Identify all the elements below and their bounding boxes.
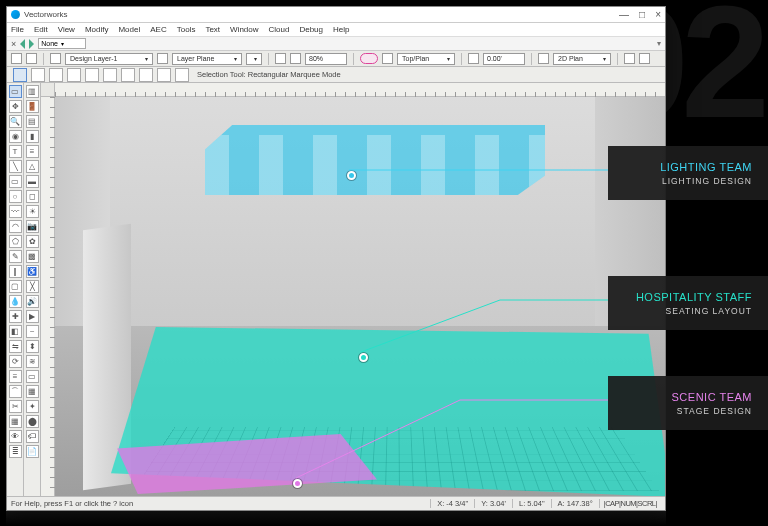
tool-led[interactable]: ▦ <box>26 385 39 398</box>
tool-polyline[interactable]: 〰 <box>9 205 22 218</box>
menu-cloud[interactable]: Cloud <box>269 25 290 34</box>
tool-hardscape[interactable]: ▩ <box>26 250 39 263</box>
zoom-in-icon[interactable] <box>290 53 301 64</box>
mode-icon-7[interactable] <box>121 68 135 82</box>
tool-freehand[interactable]: ✎ <box>9 250 22 263</box>
layer-icon[interactable] <box>50 53 61 64</box>
tool-attr[interactable]: ▦ <box>9 415 22 428</box>
plane-vis-select[interactable] <box>246 53 262 65</box>
tool-door[interactable]: 🚪 <box>26 100 39 113</box>
mode-icon-9[interactable] <box>157 68 171 82</box>
tool-space[interactable]: ◻ <box>26 190 39 203</box>
plane-icon[interactable] <box>157 53 168 64</box>
tool-plant[interactable]: ✿ <box>26 235 39 248</box>
mode-icon-1[interactable] <box>13 68 27 82</box>
window-maximize-button[interactable]: □ <box>639 9 645 20</box>
window-minimize-button[interactable]: — <box>619 9 629 20</box>
mode-icon-4[interactable] <box>67 68 81 82</box>
tool-rect[interactable]: ▭ <box>9 175 22 188</box>
menu-model[interactable]: Model <box>118 25 140 34</box>
menu-edit[interactable]: Edit <box>34 25 48 34</box>
tool-pan[interactable]: ✥ <box>9 100 22 113</box>
tool-hoist[interactable]: ⬍ <box>26 340 39 353</box>
mode-icon-8[interactable] <box>139 68 153 82</box>
tool-offset[interactable]: ≡ <box>9 370 22 383</box>
opt-icon-1[interactable] <box>11 53 22 64</box>
scale-field[interactable]: 0.00' <box>483 53 525 65</box>
tool-video[interactable]: ▶ <box>26 310 39 323</box>
tool-circle[interactable]: ○ <box>9 190 22 203</box>
menu-aec[interactable]: AEC <box>150 25 166 34</box>
tool-double-line[interactable]: ‖ <box>9 265 22 278</box>
opt-icon-tail-1[interactable] <box>624 53 635 64</box>
opt-icon-tail-2[interactable] <box>639 53 650 64</box>
render-toggle[interactable] <box>360 53 378 64</box>
tool-window[interactable]: ▤ <box>26 115 39 128</box>
tool-slab[interactable]: ▬ <box>26 175 39 188</box>
tool-zoom[interactable]: 🔍 <box>9 115 22 128</box>
tool-flyover[interactable]: ◉ <box>9 130 22 143</box>
tool-rounded-rect[interactable]: ▢ <box>9 280 22 293</box>
tool-text[interactable]: T <box>9 145 22 158</box>
active-layer-select[interactable]: Design Layer-1 <box>65 53 153 65</box>
tool-cable[interactable]: ~ <box>26 325 39 338</box>
scale-icon[interactable] <box>468 53 479 64</box>
menu-file[interactable]: File <box>11 25 24 34</box>
tool-clip[interactable]: ✂ <box>9 400 22 413</box>
tool-visibility[interactable]: 👁 <box>9 430 22 443</box>
tool-report[interactable]: 📄 <box>26 445 39 458</box>
menu-debug[interactable]: Debug <box>299 25 323 34</box>
tool-stage[interactable]: ▭ <box>26 370 39 383</box>
tool-column[interactable]: ▮ <box>26 130 39 143</box>
tool-eyedropper[interactable]: 💧 <box>9 295 22 308</box>
ruler-origin[interactable] <box>41 83 55 97</box>
panel-close-icon[interactable]: × <box>11 39 16 49</box>
tool-align[interactable]: ≣ <box>9 445 22 458</box>
menu-tools[interactable]: Tools <box>177 25 196 34</box>
window-close-button[interactable]: × <box>655 9 661 20</box>
tool-polygon[interactable]: ⬠ <box>9 235 22 248</box>
tool-softgoods[interactable]: ≋ <box>26 355 39 368</box>
zoom-out-icon[interactable] <box>275 53 286 64</box>
ruler-horizontal[interactable] <box>55 83 665 97</box>
zoom-field[interactable]: 80% <box>305 53 347 65</box>
tool-stair[interactable]: ≡ <box>26 145 39 158</box>
mode-icon-3[interactable] <box>49 68 63 82</box>
mode-icon-10[interactable] <box>175 68 189 82</box>
tool-label[interactable]: 🏷 <box>26 430 39 443</box>
nav-forward-icon[interactable] <box>29 39 34 49</box>
tool-wall[interactable]: ▥ <box>26 85 39 98</box>
tool-line[interactable]: ╲ <box>9 160 22 173</box>
tool-arc[interactable]: ◠ <box>9 220 22 233</box>
quickbar-dropdown-icon[interactable]: ▾ <box>657 39 661 48</box>
nav-back-icon[interactable] <box>20 39 25 49</box>
menu-modify[interactable]: Modify <box>85 25 109 34</box>
snap-mode-select[interactable]: None <box>38 38 86 49</box>
tool-2d-reshape[interactable]: ◧ <box>9 325 22 338</box>
render-icon[interactable] <box>382 53 393 64</box>
tool-fillet[interactable]: ⌒ <box>9 385 22 398</box>
menu-view[interactable]: View <box>58 25 75 34</box>
menu-help[interactable]: Help <box>333 25 349 34</box>
mode-icon-2[interactable] <box>31 68 45 82</box>
tool-record[interactable]: ⬤ <box>26 415 39 428</box>
viewport-3d[interactable] <box>55 97 665 496</box>
mode-icon-6[interactable] <box>103 68 117 82</box>
tool-light[interactable]: ☀ <box>26 205 39 218</box>
working-plane-select[interactable]: Layer Plane <box>172 53 242 65</box>
tool-locus[interactable]: ✚ <box>9 310 22 323</box>
ruler-vertical[interactable] <box>41 97 55 496</box>
tool-mirror[interactable]: ⇋ <box>9 340 22 353</box>
tool-focus[interactable]: ✦ <box>26 400 39 413</box>
render-mode-select[interactable]: Top/Plan <box>397 53 455 65</box>
tool-selection[interactable]: ▭ <box>9 85 22 98</box>
view-icon[interactable] <box>538 53 549 64</box>
tool-rotate[interactable]: ⟳ <box>9 355 22 368</box>
tool-seating[interactable]: ♿ <box>26 265 39 278</box>
mode-icon-5[interactable] <box>85 68 99 82</box>
menu-text[interactable]: Text <box>205 25 220 34</box>
opt-icon-2[interactable] <box>26 53 37 64</box>
menu-window[interactable]: Window <box>230 25 258 34</box>
tool-roof[interactable]: △ <box>26 160 39 173</box>
tool-truss[interactable]: ╳ <box>26 280 39 293</box>
